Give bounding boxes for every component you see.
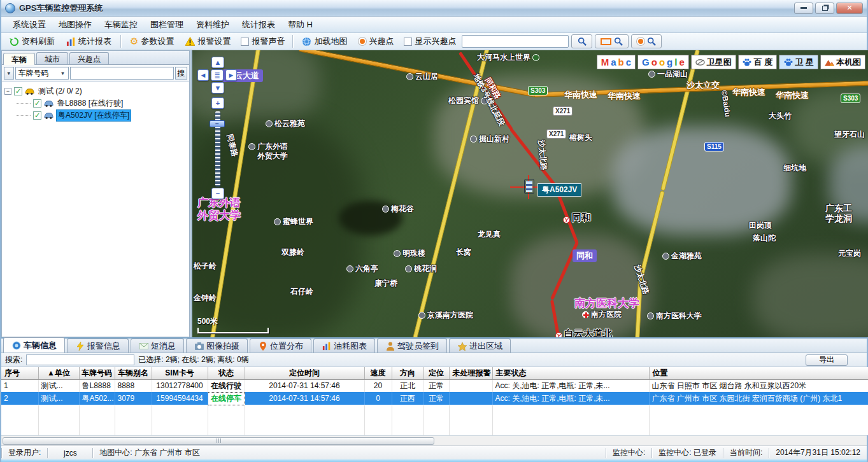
col-speed[interactable]: 速度 (364, 367, 392, 379)
baidu-satellite-button[interactable]: 卫 星 (779, 55, 818, 69)
table-row-selected[interactable]: 2 测试... 粤A502... 3079 15994594434 在线停车 2… (1, 392, 868, 405)
col-seq[interactable]: 序号 (1, 367, 38, 379)
mapabc-button[interactable]: Mabc (597, 55, 636, 69)
menu-system-settings[interactable]: 系统设置 (6, 17, 52, 32)
tree-vehicle-row-selected[interactable]: ✓ 粤A502JV [在线停车] (13, 110, 187, 121)
search-button[interactable] (571, 34, 592, 48)
satellite-icon (695, 57, 705, 67)
col-pending-alarm[interactable]: 未处理报警 (449, 367, 492, 379)
tab-driver-checkin[interactable]: 驾驶员签到 (377, 339, 447, 353)
logo-letter: c (626, 57, 631, 67)
checkbox-checked-icon[interactable]: ✓ (33, 111, 41, 120)
show-poi-checkbox[interactable]: 显示兴趣点 (401, 34, 459, 48)
col-unit[interactable]: ▲单位 (38, 367, 79, 379)
col-position[interactable]: 位置 (649, 367, 868, 379)
zoom-slider-handle[interactable]: − (210, 120, 225, 127)
map-canvas[interactable]: 白云大道 云山居 大河马水上世界 一品湖山 沙太立交 华南快速 华南快速 华南快… (192, 50, 868, 337)
table-row[interactable]: 1 测试... 鲁L8888 8888 13012778400 在线行驶 201… (1, 379, 868, 392)
zoom-out-button[interactable]: − (211, 188, 224, 199)
menu-fence-manage[interactable]: 围栏管理 (144, 17, 190, 32)
tab-location-distribution[interactable]: 位置分布 (250, 339, 311, 353)
tab-alarm-info[interactable]: 报警信息 (67, 339, 129, 353)
refresh-button[interactable]: 资料刷新 (5, 34, 59, 48)
pan-center-button[interactable]: ≣ (211, 69, 224, 81)
scrollbar-thumb[interactable] (3, 437, 434, 445)
report-button[interactable]: 统计报表 (62, 34, 116, 48)
restore-button[interactable] (815, 3, 834, 14)
vehicle-search-input[interactable] (70, 67, 174, 80)
filter-field-select[interactable]: 车牌号码 ▼ (15, 67, 69, 80)
tab-fuel-chart[interactable]: 油耗图表 (313, 339, 375, 353)
tab-cities[interactable]: 城市 (36, 52, 68, 64)
params-button[interactable]: ⚙ 参数设置 (125, 34, 178, 48)
pan-right-button[interactable]: ► (225, 69, 237, 81)
pan-down-button[interactable]: ▼ (211, 82, 224, 94)
tab-vehicle-info[interactable]: 车辆信息 (3, 337, 65, 353)
window-frame-bottom (1, 459, 867, 462)
tab-sms[interactable]: 短消息 (131, 339, 184, 353)
col-alias[interactable]: 车辆别名 (115, 367, 152, 379)
col-direction[interactable]: 方向 (392, 367, 423, 379)
monitor-center-value: 监控中心: 已登录 (652, 447, 723, 458)
map-button-label: 卫 星 (795, 57, 814, 68)
menu-data-maintenance[interactable]: 资料维护 (190, 17, 236, 32)
filter-dropdown-button[interactable]: ▼ (4, 67, 14, 80)
zoom-in-button[interactable]: + (211, 97, 224, 109)
satellite-map-button[interactable]: 卫星图 (691, 55, 736, 69)
tree-vehicle-row[interactable]: ✓ 鲁L8888 [在线行驶] (13, 98, 187, 109)
col-status[interactable]: 状态 (208, 367, 245, 379)
col-main-status[interactable]: 主要状态 (492, 367, 649, 379)
export-button[interactable]: 导出 (806, 354, 848, 366)
chevron-down-icon: ▼ (60, 71, 66, 76)
tab-vehicles[interactable]: 车辆 (3, 53, 35, 65)
minimize-button[interactable] (794, 3, 813, 14)
menu-bar: 系统设置 地图操作 车辆监控 围栏管理 资料维护 统计报表 帮助 H (1, 17, 867, 33)
col-sim[interactable]: SIM卡号 (152, 367, 208, 379)
logo-letter: M (601, 57, 609, 67)
menu-map-operations[interactable]: 地图操作 (52, 17, 98, 32)
logo-letter: e (679, 57, 684, 67)
local-map-button[interactable]: 本机图 (820, 55, 865, 69)
chart-icon (322, 342, 331, 351)
vehicle-marker-label[interactable]: 粤A502JV (537, 183, 581, 197)
collapse-icon[interactable]: − (4, 88, 11, 95)
login-user-value: jzcs (48, 449, 92, 458)
pan-up-button[interactable]: ▲ (211, 57, 224, 68)
poi-icon (648, 71, 655, 78)
map-label-text: 京溪南方医院 (427, 311, 473, 319)
vehicle-search-button[interactable]: 搜 (175, 67, 188, 80)
poi-icon (662, 253, 669, 260)
cell-direction: 正西 (392, 392, 423, 405)
menu-help[interactable]: 帮助 H (281, 17, 319, 32)
vehicle-panel: 车辆 城市 兴趣点 ▼ 车牌号码 ▼ 搜 − ✓ 测试 (2/ 0/ 2) (1, 50, 190, 337)
google-map-button[interactable]: Google (637, 55, 689, 69)
baidu-map-button[interactable]: 百 度 (738, 55, 778, 69)
close-button[interactable]: ✕ (836, 3, 863, 14)
area-search-button[interactable] (595, 34, 629, 48)
menu-vehicle-monitor[interactable]: 车辆监控 (98, 17, 144, 32)
vehicle-marker-icon[interactable] (524, 179, 534, 194)
alarm-settings-button[interactable]: 报警设置 (181, 34, 235, 48)
toolbar-search-input[interactable] (462, 35, 569, 48)
load-map-button[interactable]: 加载地图 (297, 34, 352, 48)
list-search-input[interactable] (26, 354, 134, 365)
menu-statistics[interactable]: 统计报表 (236, 17, 281, 32)
col-gps[interactable]: 定位 (423, 367, 449, 379)
tab-poi[interactable]: 兴趣点 (69, 52, 109, 64)
checkbox-checked-icon[interactable]: ✓ (14, 87, 22, 95)
paw-icon (743, 57, 752, 67)
checkbox-checked-icon[interactable]: ✓ (33, 99, 41, 108)
grid-line (152, 405, 152, 435)
tab-image-capture[interactable]: 图像拍摄 (186, 339, 248, 353)
map-label: 松子岭 (194, 261, 217, 272)
tab-region-inout[interactable]: 进出区域 (449, 339, 511, 353)
col-loc-time[interactable]: 定位时间 (245, 367, 364, 379)
poi-button[interactable]: 兴趣点 (354, 34, 398, 48)
alarm-sound-label: 报警声音 (252, 36, 285, 47)
col-plate[interactable]: 车牌号码 (79, 367, 115, 379)
alarm-sound-checkbox[interactable]: 报警声音 (238, 34, 288, 48)
point-search-button[interactable] (631, 34, 662, 48)
tree-group-row[interactable]: − ✓ 测试 (2/ 0/ 2) (4, 86, 187, 97)
pan-left-button[interactable]: ◄ (197, 69, 209, 81)
horizontal-scrollbar[interactable] (1, 435, 867, 445)
